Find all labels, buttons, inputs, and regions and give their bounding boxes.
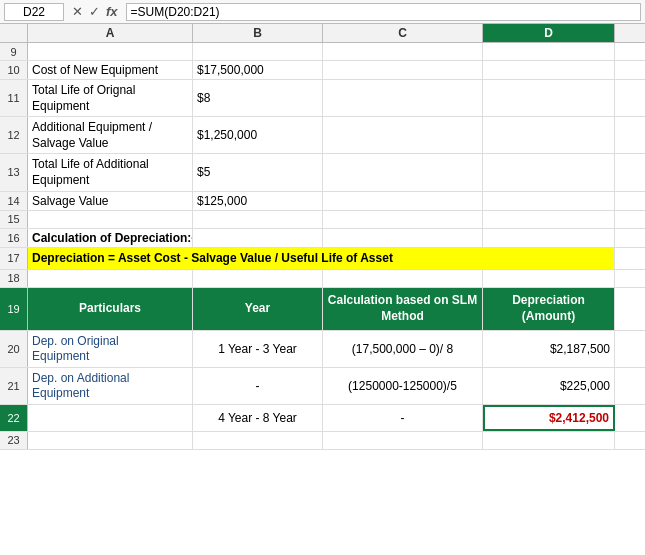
row-num-11: 11	[0, 80, 28, 116]
col-header-b[interactable]: B	[193, 24, 323, 42]
cell-b23[interactable]	[193, 432, 323, 449]
cell-d10[interactable]	[483, 61, 615, 79]
formula-bar: ✕ ✓ fx	[0, 0, 645, 24]
cell-d12[interactable]	[483, 117, 615, 153]
row-9: 9	[0, 43, 645, 61]
col-header-c[interactable]: C	[323, 24, 483, 42]
cell-c9[interactable]	[323, 43, 483, 60]
cell-b22[interactable]: 4 Year - 8 Year	[193, 405, 323, 431]
cell-a10[interactable]: Cost of New Equipment	[28, 61, 193, 79]
confirm-icon[interactable]: ✓	[89, 4, 100, 19]
cell-name-box[interactable]	[4, 3, 64, 21]
cell-b10[interactable]: $17,500,000	[193, 61, 323, 79]
cell-c15[interactable]	[323, 211, 483, 228]
cell-c13[interactable]	[323, 154, 483, 190]
cell-c21[interactable]: (1250000-125000)/5	[323, 368, 483, 404]
row-15: 15	[0, 211, 645, 229]
row-22: 22 4 Year - 8 Year - $2,412,500	[0, 405, 645, 432]
function-icon[interactable]: fx	[106, 4, 118, 19]
col-header-d[interactable]: D	[483, 24, 615, 42]
cell-a14[interactable]: Salvage Value	[28, 192, 193, 210]
cell-c14[interactable]	[323, 192, 483, 210]
row-num-23: 23	[0, 432, 28, 449]
row-20: 20 Dep. on OriginalEquipment 1 Year - 3 …	[0, 331, 645, 368]
row-13: 13 Total Life of AdditionalEquipment $5	[0, 154, 645, 191]
row-14: 14 Salvage Value $125,000	[0, 192, 645, 211]
cell-d22[interactable]: $2,412,500	[483, 405, 615, 431]
row-num-16: 16	[0, 229, 28, 247]
cell-d21[interactable]: $225,000	[483, 368, 615, 404]
row-num-12: 12	[0, 117, 28, 153]
row-num-10: 10	[0, 61, 28, 79]
col-header-a[interactable]: A	[28, 24, 193, 42]
cell-d19[interactable]: Depreciation (Amount)	[483, 288, 615, 330]
cell-a15[interactable]	[28, 211, 193, 228]
cell-a23[interactable]	[28, 432, 193, 449]
cell-b16[interactable]	[193, 229, 323, 247]
cell-d15[interactable]	[483, 211, 615, 228]
cell-b18[interactable]	[193, 270, 323, 287]
row-num-18: 18	[0, 270, 28, 287]
cell-abcd17[interactable]: Depreciation = Asset Cost - Salvage Valu…	[28, 248, 615, 269]
cell-a21[interactable]: Dep. on AdditionalEquipment	[28, 368, 193, 404]
cell-c10[interactable]	[323, 61, 483, 79]
cell-c19[interactable]: Calculation based on SLM Method	[323, 288, 483, 330]
cell-b13[interactable]: $5	[193, 154, 323, 190]
cell-c18[interactable]	[323, 270, 483, 287]
cell-d13[interactable]	[483, 154, 615, 190]
cell-a18[interactable]	[28, 270, 193, 287]
cell-d9[interactable]	[483, 43, 615, 60]
row-11: 11 Total Life of OrignalEquipment $8	[0, 80, 645, 117]
row-num-15: 15	[0, 211, 28, 228]
cell-d14[interactable]	[483, 192, 615, 210]
row-num-14: 14	[0, 192, 28, 210]
cell-c22[interactable]: -	[323, 405, 483, 431]
row-19: 19 Particulars Year Calculation based on…	[0, 288, 645, 331]
cell-d23[interactable]	[483, 432, 615, 449]
cell-c20[interactable]: (17,500,000 – 0)/ 8	[323, 331, 483, 367]
row-num-header-corner	[0, 24, 28, 42]
cell-d16[interactable]	[483, 229, 615, 247]
row-12: 12 Additional Equipment /Salvage Value $…	[0, 117, 645, 154]
cell-c12[interactable]	[323, 117, 483, 153]
row-num-13: 13	[0, 154, 28, 190]
cell-b14[interactable]: $125,000	[193, 192, 323, 210]
row-num-9: 9	[0, 43, 28, 60]
row-18: 18	[0, 270, 645, 288]
formula-icons: ✕ ✓ fx	[66, 4, 124, 19]
row-17: 17 Depreciation = Asset Cost - Salvage V…	[0, 248, 645, 270]
cell-b21[interactable]: -	[193, 368, 323, 404]
column-header-row: A B C D	[0, 24, 645, 43]
row-10: 10 Cost of New Equipment $17,500,000	[0, 61, 645, 80]
cell-b9[interactable]	[193, 43, 323, 60]
cell-b19[interactable]: Year	[193, 288, 323, 330]
cell-c23[interactable]	[323, 432, 483, 449]
cell-d11[interactable]	[483, 80, 615, 116]
cell-a16[interactable]: Calculation of Depreciation:-	[28, 229, 193, 247]
cell-b11[interactable]: $8	[193, 80, 323, 116]
cell-d20[interactable]: $2,187,500	[483, 331, 615, 367]
cell-a20[interactable]: Dep. on OriginalEquipment	[28, 331, 193, 367]
cell-b20[interactable]: 1 Year - 3 Year	[193, 331, 323, 367]
cell-a22[interactable]	[28, 405, 193, 431]
row-16: 16 Calculation of Depreciation:-	[0, 229, 645, 248]
row-21: 21 Dep. on AdditionalEquipment - (125000…	[0, 368, 645, 405]
cell-a9[interactable]	[28, 43, 193, 60]
row-num-22: 22	[0, 405, 28, 431]
row-num-19: 19	[0, 288, 28, 330]
cell-a19[interactable]: Particulars	[28, 288, 193, 330]
row-num-17: 17	[0, 248, 28, 269]
formula-input[interactable]	[126, 3, 641, 21]
cell-a13[interactable]: Total Life of AdditionalEquipment	[28, 154, 193, 190]
row-23: 23	[0, 432, 645, 450]
spreadsheet-grid: A B C D 9 10 Cost of New Equipment $17,5…	[0, 24, 645, 450]
row-num-20: 20	[0, 331, 28, 367]
cancel-icon[interactable]: ✕	[72, 4, 83, 19]
cell-d18[interactable]	[483, 270, 615, 287]
cell-b15[interactable]	[193, 211, 323, 228]
cell-b12[interactable]: $1,250,000	[193, 117, 323, 153]
cell-c16[interactable]	[323, 229, 483, 247]
cell-a12[interactable]: Additional Equipment /Salvage Value	[28, 117, 193, 153]
cell-a11[interactable]: Total Life of OrignalEquipment	[28, 80, 193, 116]
cell-c11[interactable]	[323, 80, 483, 116]
